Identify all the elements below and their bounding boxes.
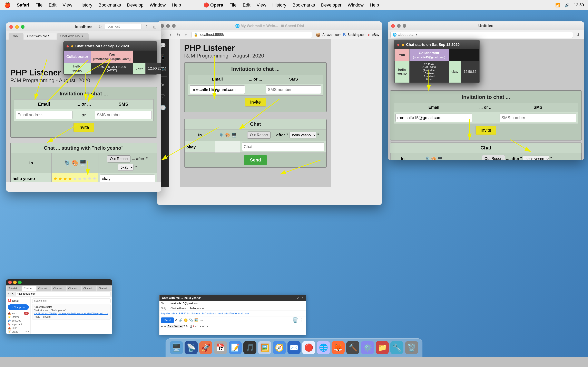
opera-address-bar[interactable]: 🔒 localhost:8888/ [191, 32, 312, 38]
invite-button[interactable]: Invite [73, 123, 94, 132]
opera-menu-bookmarks[interactable]: Bookmarks [292, 2, 315, 8]
email-expand-icon[interactable]: ⤢ [297, 296, 300, 300]
email-body-link[interactable]: http://localhost:8888/bhp_listener.php?a… [159, 311, 306, 316]
gmail-compose-btn[interactable]: + Compose [8, 304, 29, 310]
email-send-btn[interactable]: Send [161, 317, 174, 323]
email-ol-btn[interactable]: 1. [197, 325, 199, 328]
right-out-report-btn[interactable]: Out Report [482, 155, 505, 160]
opera-chat-input[interactable] [242, 142, 325, 151]
dock-finder[interactable]: 🖥️ [170, 341, 183, 354]
email-redo-icon[interactable]: ↪ [164, 325, 166, 328]
email-settings-icon[interactable]: ⋮ [300, 317, 304, 323]
safari-share-btn[interactable]: ⤴ [143, 24, 150, 30]
gmail-nav-back[interactable]: ‹ [8, 292, 9, 295]
dock-php[interactable]: ⚙️ [361, 341, 374, 354]
email-minimize-icon[interactable]: – [293, 296, 295, 300]
dock-system-prefs[interactable]: 🔧 [390, 341, 403, 354]
email-bold-btn[interactable]: B [186, 325, 188, 328]
opera-forward[interactable]: › [167, 32, 174, 38]
email-attach-icon[interactable]: 📎 [189, 318, 193, 322]
right-min-btn[interactable] [397, 24, 401, 28]
dock-notes[interactable]: 📝 [229, 341, 242, 354]
gmail-tab-1[interactable]: Tutorial Slidesh... [7, 286, 22, 291]
dock-safari[interactable]: 🧭 [273, 341, 286, 354]
email-delete-icon[interactable]: 🗑️ [292, 317, 298, 323]
opera-email-input[interactable] [190, 85, 245, 94]
email-more-icon[interactable]: ⋯ [200, 318, 203, 322]
safari-tab-1[interactable]: Cha... [9, 33, 24, 40]
dock-music[interactable]: 🎵 [243, 341, 256, 354]
app-name[interactable]: Safari [17, 2, 29, 8]
opera-menu-help[interactable]: Help [370, 2, 379, 8]
gmail-address[interactable]: mail.google.com [16, 292, 111, 296]
safari-tab-btn[interactable]: ⊞ [151, 24, 158, 30]
gmail-tab-7[interactable]: Chat with No S... [97, 286, 112, 291]
right-address-bar[interactable]: 🌐 about:blank [390, 32, 573, 38]
dock-filezilla[interactable]: 📁 [376, 341, 389, 354]
email-remove-btn[interactable]: ✕ [207, 325, 208, 328]
right-max-btn[interactable] [403, 24, 406, 28]
gmail-tab-5[interactable]: Chat with No S... [67, 286, 81, 291]
email-link-icon[interactable]: 🔗 [178, 318, 182, 322]
gmail-sent[interactable]: 📤 Sent [8, 326, 29, 330]
opera-invite-button[interactable]: Invite [245, 98, 266, 107]
dock-photos[interactable]: 🖼️ [258, 341, 271, 354]
dock-calendar[interactable]: 📅 [214, 341, 227, 354]
opera-reload[interactable]: ↻ [175, 32, 182, 38]
gmail-starred[interactable]: ⭐ Starred [8, 315, 29, 319]
gmail-drafts[interactable]: 📝 Drafts 244 [8, 330, 29, 334]
opera-home[interactable]: ⌂ [183, 32, 190, 38]
right-download-btn[interactable]: ⬇ [575, 32, 581, 38]
output-input[interactable] [100, 175, 155, 182]
menu-bookmarks[interactable]: Bookmarks [98, 2, 121, 8]
opera-sms-input[interactable] [266, 85, 321, 94]
dock-siri[interactable]: 📡 [185, 341, 198, 354]
gmail-nav-forward[interactable]: › [10, 292, 11, 295]
dock-mail[interactable]: ✉️ [287, 341, 301, 354]
dock-opera[interactable]: 🔴 [302, 341, 315, 354]
okay-select[interactable]: okay [118, 164, 134, 171]
right-invite-btn[interactable]: Invite [476, 126, 497, 135]
gmail-min[interactable] [13, 281, 17, 284]
menu-window[interactable]: Window [150, 2, 165, 8]
booking-bookmark[interactable]: Booking.com [347, 33, 366, 37]
safari-address-bar[interactable]: localhost [105, 24, 142, 29]
gmail-snoozed[interactable]: 💤 Snoozed [8, 319, 29, 323]
opera-app-name[interactable]: 🔴 Opera [204, 2, 223, 8]
menu-history[interactable]: History [78, 2, 92, 8]
menu-develop[interactable]: Develop [127, 2, 144, 8]
email-quote-btn[interactable]: " [205, 325, 205, 328]
gmail-important[interactable]: 🔖 Important [8, 323, 29, 326]
safari-minimize-btn[interactable] [15, 25, 19, 29]
safari-tab-3[interactable]: Chat with No S... [57, 33, 89, 40]
dock-trash[interactable]: 🗑️ [405, 341, 418, 354]
gmail-reload[interactable]: ↻ [12, 292, 14, 295]
safari-close-btn[interactable] [9, 25, 13, 29]
email-text-size-icon[interactable]: T [183, 325, 185, 328]
ebay-bookmark[interactable]: eBay [372, 33, 379, 37]
gmail-link[interactable]: http://localhost:8888/bhp_listener.php?a… [34, 312, 109, 315]
email-close-icon[interactable]: × [302, 296, 303, 300]
right-dropdown[interactable]: hello yesno [523, 156, 549, 160]
email-underline-btn[interactable]: U [190, 325, 192, 328]
dock-chrome[interactable]: 🌐 [317, 341, 330, 354]
safari-tab-2[interactable]: Chat with No S... [24, 33, 56, 40]
email-italic-btn[interactable]: I [189, 325, 189, 328]
menu-edit[interactable]: Edit [49, 2, 57, 8]
email-align-btn[interactable]: ≡ [195, 325, 196, 328]
opera-menu-window[interactable]: Window [348, 2, 364, 8]
right-sms-input[interactable] [500, 114, 576, 122]
gmail-inbox[interactable]: 📥 Inbox 48 [8, 312, 29, 315]
email-font-select[interactable]: Sans Serif [167, 325, 183, 328]
gmail-search[interactable] [32, 299, 111, 303]
opera-menu-developer[interactable]: Developer [321, 2, 341, 8]
email-emoji-icon[interactable]: 😊 [184, 318, 188, 322]
gmail-tab-6[interactable]: Chat with No S... [82, 286, 96, 291]
opera-out-report-btn[interactable]: Out Report [247, 132, 270, 139]
menu-help[interactable]: Help [172, 2, 181, 8]
dock-xcode[interactable]: 🔨 [346, 341, 359, 354]
gmail-tab-2[interactable]: Chat with me ... [22, 286, 36, 291]
safari-reload-btn[interactable]: ↻ [97, 24, 103, 30]
opera-send-button[interactable]: Send [244, 155, 267, 165]
opera-menu-edit[interactable]: Edit [243, 2, 251, 8]
